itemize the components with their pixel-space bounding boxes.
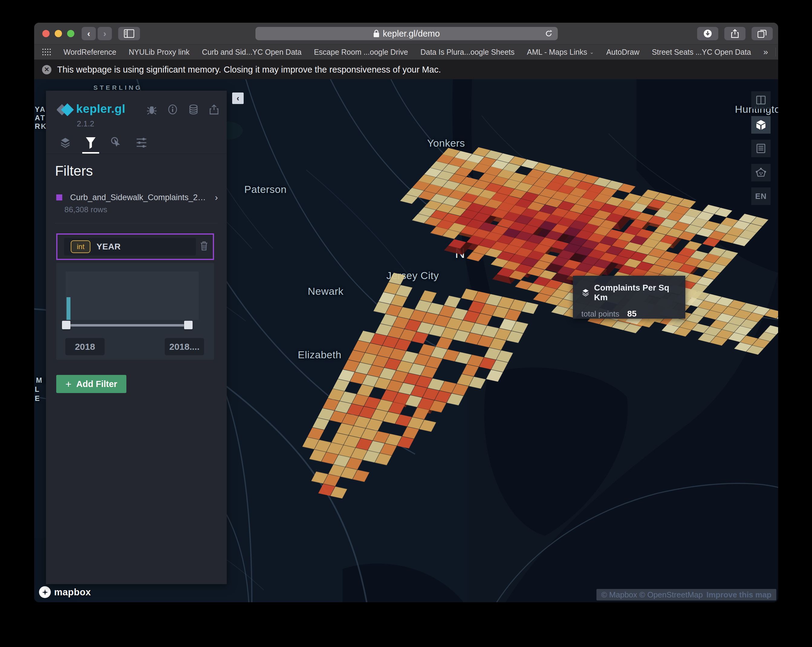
kepler-logo	[57, 103, 74, 119]
map-place-label: L	[35, 385, 40, 394]
field-type-badge: int	[71, 240, 90, 253]
share-icon	[731, 29, 739, 38]
range-slider-handle-max[interactable]	[184, 321, 192, 329]
bookmark-item[interactable]: AML - Maps Links⌄	[527, 48, 594, 56]
browser-titlebar: ‹ › kepler.gl/demo	[34, 23, 778, 44]
histogram-bar	[67, 297, 70, 320]
memory-warning-bar: ✕ This webpage is using significant memo…	[34, 60, 778, 79]
improve-map-link[interactable]: Improve this map	[707, 590, 771, 600]
add-filter-button[interactable]: + Add Filter	[56, 375, 127, 393]
download-icon	[703, 29, 712, 38]
sidebar-icon	[124, 29, 134, 38]
delete-filter-button[interactable]	[200, 241, 209, 251]
map-place-label: Yonkers	[427, 137, 465, 149]
chevron-right-icon: ›	[215, 192, 218, 203]
section-divider	[55, 223, 218, 223]
cube-3d-icon	[756, 119, 766, 130]
filter-range-block: 2018 2018....	[56, 263, 214, 360]
range-slider-track[interactable]	[66, 324, 188, 327]
dataset-color-swatch	[56, 194, 62, 200]
back-button[interactable]: ‹	[82, 27, 96, 40]
info-icon[interactable]	[168, 104, 178, 115]
chevron-down-icon: ⌄	[589, 49, 594, 55]
app-version: 2.1.2	[77, 119, 94, 128]
map-canvas[interactable]: STERLINGYANATERKHuntingtonYonkersPaterso…	[34, 79, 778, 602]
tooltip-field-label: total points	[582, 309, 620, 319]
split-map-icon	[756, 96, 766, 105]
show-legend-button[interactable]	[751, 140, 771, 157]
map-place-label: STERLING	[93, 84, 142, 91]
filter-histogram	[66, 272, 198, 320]
forward-button[interactable]: ›	[98, 27, 112, 40]
downloads-button[interactable]	[697, 27, 718, 40]
grid-cell[interactable]	[486, 370, 503, 382]
tab-filters[interactable]	[78, 133, 104, 153]
range-slider-handle-min[interactable]	[62, 321, 70, 329]
filter-field-selector[interactable]: int YEAR	[64, 238, 196, 255]
locale-button[interactable]: EN	[751, 188, 771, 205]
dataset-row-count: 86,308 rows	[64, 205, 107, 214]
memory-warning-text: This webpage is using significant memory…	[57, 65, 441, 75]
range-min-input[interactable]: 2018	[65, 338, 105, 355]
data-table-icon[interactable]	[188, 104, 198, 115]
tab-layers[interactable]	[53, 133, 78, 153]
tooltip-title: Complaints Per Sq Km	[594, 283, 677, 302]
kepler-side-panel: kepler.gl 2.1.2	[46, 91, 227, 584]
close-window-button[interactable]	[42, 30, 50, 37]
filter-field-name: YEAR	[96, 242, 121, 252]
map-tooltip: Complaints Per Sq Km total points 85	[573, 276, 685, 319]
dataset-name: Curb_and_Sidewalk_Complaints_2…	[70, 193, 206, 202]
tab-interactions[interactable]	[104, 133, 129, 153]
add-filter-label: Add Filter	[76, 379, 117, 389]
collapse-panel-button[interactable]: ‹	[232, 93, 244, 104]
dismiss-warning-button[interactable]: ✕	[42, 65, 51, 74]
browser-window: ‹ › kepler.gl/demo	[34, 23, 778, 602]
bookmark-item[interactable]: Curb and Sid...YC Open Data	[202, 48, 301, 56]
bookmark-item[interactable]: Street Seats ...YC Open Data	[652, 48, 751, 56]
bookmark-item[interactable]: WordReference	[64, 48, 116, 56]
dataset-row[interactable]: Curb_and_Sidewalk_Complaints_2… ›	[56, 192, 218, 203]
lock-icon	[373, 30, 379, 38]
bookmark-item[interactable]: NYULib Proxy link	[129, 48, 189, 56]
bookmarks-overflow-button[interactable]: »	[763, 47, 769, 57]
bookmarks-bar: WordReferenceNYULib Proxy linkCurb and S…	[34, 44, 778, 60]
mapbox-wordmark: mapbox	[54, 587, 91, 598]
draw-polygon-icon	[756, 168, 766, 177]
share-button[interactable]	[724, 27, 745, 40]
locale-label: EN	[755, 192, 767, 201]
draw-polygon-button[interactable]	[751, 164, 771, 182]
reload-icon[interactable]	[545, 29, 553, 38]
map-place-label: Newark	[308, 285, 343, 297]
zoom-window-button[interactable]	[67, 30, 74, 37]
mapbox-icon	[39, 586, 51, 598]
bookmark-item[interactable]: AutoDraw	[606, 48, 640, 56]
bookmark-item[interactable]: Data Is Plura...oogle Sheets	[421, 48, 514, 56]
map-place-label: E	[35, 394, 41, 403]
range-max-input[interactable]: 2018....	[165, 338, 204, 355]
bug-report-icon[interactable]	[147, 104, 157, 115]
url-text: kepler.gl/demo	[383, 29, 440, 39]
minimize-window-button[interactable]	[55, 30, 62, 37]
attribution-text: © Mapbox © OpenStreetMap	[601, 590, 703, 600]
map-attribution: © Mapbox © OpenStreetMap Improve this ma…	[597, 589, 776, 600]
mapbox-logo[interactable]: mapbox	[39, 586, 91, 598]
toggle-3d-button[interactable]	[751, 116, 771, 134]
map-place-label: Elizabeth	[298, 349, 341, 361]
tab-overview-button[interactable]	[751, 27, 773, 40]
sidebar-toggle-button[interactable]	[118, 27, 140, 40]
tab-base-map-settings[interactable]	[129, 133, 154, 153]
layers-icon	[582, 288, 590, 297]
tabs-icon	[758, 29, 767, 38]
export-icon[interactable]	[209, 104, 219, 115]
bookmark-item[interactable]: Escape Room ...oogle Drive	[314, 48, 408, 56]
legend-icon	[756, 143, 765, 153]
map-place-label: Paterson	[244, 183, 287, 195]
map-place-label: RK	[35, 122, 47, 131]
filters-section-title: Filters	[55, 163, 93, 179]
split-map-button[interactable]	[751, 91, 771, 109]
panel-divider	[46, 154, 227, 154]
apps-grid-icon[interactable]	[42, 48, 51, 56]
filter-card: int YEAR	[56, 233, 214, 260]
plus-icon: +	[65, 378, 71, 390]
address-bar[interactable]: kepler.gl/demo	[255, 27, 558, 40]
